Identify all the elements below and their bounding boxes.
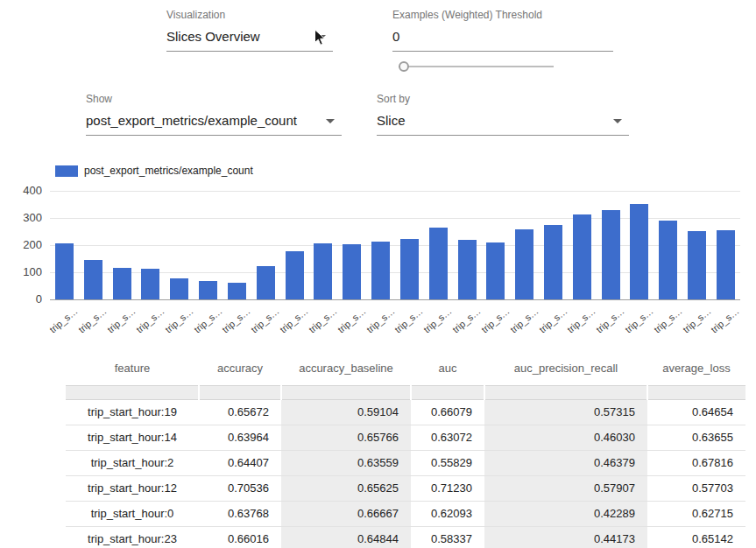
bar[interactable]	[400, 239, 419, 299]
column-header[interactable]: feature	[66, 352, 199, 385]
metric-cell: 0.65672	[199, 399, 281, 425]
legend-swatch	[55, 165, 78, 177]
bar[interactable]	[515, 229, 533, 299]
metric-cell: 0.65766	[281, 425, 411, 450]
bar-slot: trip_s…	[597, 191, 625, 299]
bar[interactable]	[228, 283, 246, 299]
bar[interactable]	[113, 268, 131, 299]
bar[interactable]	[141, 269, 159, 299]
filter-cell	[66, 385, 199, 399]
x-axis-label: trip_s…	[686, 306, 741, 354]
sort-by-value: Slice	[377, 113, 406, 128]
bar-slot: trip_s…	[251, 191, 280, 299]
visualization-dropdown[interactable]: Slices Overview	[166, 25, 333, 52]
bar[interactable]	[84, 260, 102, 299]
chart-legend: post_export_metrics/example_count	[55, 165, 253, 177]
sort-by-dropdown[interactable]: Slice	[377, 109, 629, 136]
bar[interactable]	[257, 266, 275, 299]
metric-cell: 0.62093	[411, 501, 484, 526]
bar[interactable]	[659, 221, 677, 299]
bar[interactable]	[371, 242, 390, 299]
column-header[interactable]: average_loss	[647, 352, 745, 385]
column-header[interactable]: accuracy	[199, 352, 281, 385]
filter-cell	[199, 385, 281, 399]
bar[interactable]	[286, 251, 304, 299]
filter-cell	[281, 385, 411, 399]
bar-slot: trip_s…	[682, 191, 711, 299]
y-axis-tick-label: 0	[2, 292, 42, 306]
feature-cell: trip_start_hour:0	[66, 501, 199, 526]
metric-cell: 0.46030	[484, 425, 647, 450]
metric-cell: 0.42289	[484, 501, 647, 526]
bar-slot: trip_s…	[539, 191, 568, 299]
bar[interactable]	[199, 281, 217, 299]
metric-cell: 0.62715	[647, 501, 745, 526]
metric-cell: 0.44173	[484, 526, 647, 548]
legend-label: post_export_metrics/example_count	[84, 165, 253, 177]
metric-cell: 0.63964	[199, 425, 281, 450]
metric-cell: 0.58337	[411, 526, 484, 548]
bar-slot: trip_s…	[50, 191, 79, 299]
bar[interactable]	[55, 243, 74, 299]
metric-cell: 0.57907	[484, 475, 647, 501]
bar-slot: trip_s…	[453, 191, 482, 299]
bar[interactable]	[314, 243, 332, 299]
bar[interactable]	[544, 225, 562, 299]
bar-slot: trip_s…	[165, 191, 194, 299]
bar[interactable]	[343, 244, 361, 299]
sort-by-control: Sort by Slice	[377, 93, 629, 136]
metric-cell: 0.63768	[199, 501, 281, 526]
bar[interactable]	[688, 231, 706, 299]
bar-slot: trip_s…	[194, 191, 223, 299]
table-row: trip_start_hour:120.705360.656250.712300…	[66, 475, 745, 501]
slider-thumb[interactable]	[399, 61, 409, 72]
bar[interactable]	[170, 278, 188, 299]
slider-track	[399, 66, 554, 67]
column-header[interactable]: accuracy_baseline	[281, 352, 411, 385]
sort-by-label: Sort by	[377, 93, 629, 105]
metric-cell: 0.66016	[199, 526, 281, 548]
bar-slot: trip_s…	[424, 191, 453, 299]
bar[interactable]	[630, 204, 648, 299]
metric-cell: 0.57703	[647, 475, 745, 501]
metric-cell: 0.66667	[281, 501, 411, 526]
bar-slot: trip_s…	[654, 191, 682, 299]
feature-cell: trip_start_hour:12	[66, 475, 199, 501]
metric-cell: 0.55829	[411, 450, 484, 475]
metric-cell: 0.70536	[199, 475, 281, 501]
threshold-slider[interactable]	[399, 60, 554, 73]
bar-slot: trip_s…	[79, 191, 108, 299]
visualization-value: Slices Overview	[166, 29, 260, 44]
table-header-row: featureaccuracyaccuracy_baselineaucauc_p…	[66, 352, 745, 385]
metric-cell: 0.59104	[281, 399, 411, 425]
y-axis-tick-label: 100	[2, 265, 42, 278]
bar[interactable]	[717, 230, 735, 299]
show-dropdown[interactable]: post_export_metrics/example_count	[86, 109, 342, 136]
bar[interactable]	[602, 210, 620, 299]
column-header[interactable]: auc_precision_recall	[484, 352, 647, 385]
bar[interactable]	[486, 242, 505, 299]
feature-cell: trip_start_hour:23	[66, 526, 199, 548]
bar[interactable]	[429, 228, 448, 299]
bar[interactable]	[458, 240, 477, 299]
metric-cell: 0.64407	[199, 450, 281, 475]
metrics-table: featureaccuracyaccuracy_baselineaucauc_p…	[66, 352, 745, 548]
filter-cell	[647, 385, 745, 399]
bar-slot: trip_s…	[481, 191, 510, 299]
bar[interactable]	[573, 214, 591, 299]
bar-slot: trip_s…	[510, 191, 539, 299]
metric-cell: 0.46379	[484, 450, 647, 475]
metric-cell: 0.57315	[484, 399, 647, 425]
bar-slot: trip_s…	[395, 191, 424, 299]
bar-slot: trip_s…	[568, 191, 597, 299]
column-header[interactable]: auc	[411, 352, 484, 385]
y-axis-tick-label: 300	[2, 211, 42, 224]
bar-slot: trip_s…	[308, 191, 337, 299]
chevron-down-icon	[326, 119, 335, 123]
bar-chart: trip_s…trip_s…trip_s…trip_s…trip_s…trip_…	[50, 191, 740, 299]
bars-row: trip_s…trip_s…trip_s…trip_s…trip_s…trip_…	[50, 191, 740, 299]
metric-cell: 0.63655	[647, 425, 745, 450]
y-axis-tick-label: 400	[2, 184, 42, 197]
table-row: trip_start_hour:140.639640.657660.630720…	[66, 425, 745, 450]
threshold-input[interactable]: 0	[392, 25, 613, 52]
